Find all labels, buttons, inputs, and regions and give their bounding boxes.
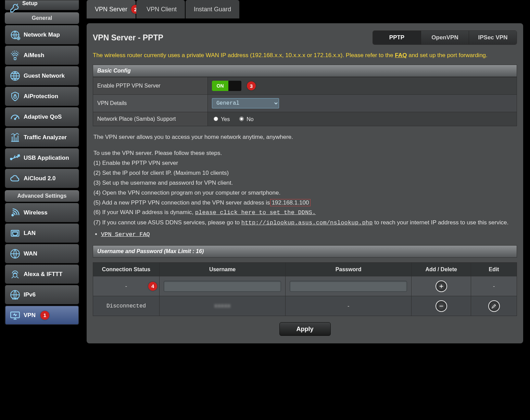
cfg-samba-label: Network Place (Samba) Support xyxy=(93,112,208,126)
info-step-7: (7) If you cannot use ASUS DDNS services… xyxy=(93,218,516,228)
cloud-icon xyxy=(8,171,22,186)
iplookup-link[interactable]: http://iplookup.asus.com/nslookup.php xyxy=(241,220,373,226)
samba-yes-radio[interactable]: Yes xyxy=(212,116,230,122)
svg-point-5 xyxy=(14,118,15,119)
sidebar-item-label: WAN xyxy=(24,250,37,257)
tab-instant-guard[interactable]: Instant Guard xyxy=(186,0,239,18)
sidebar-item-usb-application[interactable]: USB Application xyxy=(5,148,79,168)
row-password-dash: - xyxy=(286,296,412,316)
wrench-icon xyxy=(8,0,22,15)
col-add-delete: Add / Delete xyxy=(412,263,471,276)
table-row: Disconnected xxxxx - xyxy=(93,296,517,316)
svg-rect-7 xyxy=(18,155,20,156)
info-step-3: (3) Set up the username and password for… xyxy=(93,178,516,188)
row-edit-dash: - xyxy=(471,276,517,296)
info-step-2: (2) Set the IP pool for client IP. (Maxi… xyxy=(93,168,516,178)
vpn-server-faq-link[interactable]: VPN Server FAQ xyxy=(101,231,150,238)
sidebar-item-aiprotection[interactable]: AiProtection xyxy=(5,87,79,106)
sidebar-item-label: Alexa & IFTTT xyxy=(24,271,62,278)
enable-pptp-toggle[interactable]: ON xyxy=(212,81,241,91)
sidebar-item-label: Setup xyxy=(22,0,37,6)
aimesh-icon xyxy=(8,48,22,63)
sidebar-item-adaptive-qos[interactable]: Adaptive QoS xyxy=(5,107,79,127)
faq-link[interactable]: FAQ xyxy=(395,52,407,58)
svg-rect-2 xyxy=(14,57,16,60)
sidebar-item-traffic-analyzer[interactable]: Traffic Analyzer xyxy=(5,128,79,147)
page-title: VPN Server - PPTP xyxy=(93,33,163,42)
table-row: - 4 - xyxy=(93,276,517,296)
username-input[interactable] xyxy=(164,281,281,292)
col-conn: Connection Status xyxy=(93,263,160,276)
sidebar-item-network-map[interactable]: Network Map xyxy=(5,25,79,44)
sidebar-item-label: Network Map xyxy=(24,31,60,38)
seg-openvpn[interactable]: OpenVPN xyxy=(421,31,469,44)
samba-no-radio[interactable]: No xyxy=(238,116,254,122)
apply-button[interactable]: Apply xyxy=(279,322,331,336)
basic-config-header: Basic Config xyxy=(93,65,517,77)
shield-lock-icon xyxy=(8,89,22,104)
chart-bars-icon xyxy=(8,130,22,145)
sidebar-item-lan[interactable]: LAN xyxy=(5,223,79,243)
col-user: Username xyxy=(160,263,286,276)
lan-port-icon xyxy=(8,226,22,240)
sidebar-item-label: AiMesh xyxy=(24,52,44,59)
edit-button[interactable] xyxy=(488,300,500,312)
smart-hub-icon xyxy=(8,267,22,281)
sidebar-item-vpn[interactable]: VPN 1 xyxy=(5,305,79,325)
tab-vpn-server[interactable]: VPN Server 2 xyxy=(87,0,136,18)
sidebar-item-guest-network[interactable]: Guest Network xyxy=(5,66,79,86)
users-header: Username and Password (Max Limit : 16) xyxy=(93,245,517,258)
gauge-icon xyxy=(8,110,22,124)
cfg-enable-label: Enable PPTP VPN Server xyxy=(93,77,208,95)
row-conn-status: Disconnected xyxy=(93,296,160,316)
svg-text:IPv6: IPv6 xyxy=(12,297,18,300)
globe-net-icon xyxy=(8,69,22,83)
tab-label: VPN Client xyxy=(147,6,177,13)
globe-settings-icon xyxy=(8,28,22,42)
tab-vpn-client[interactable]: VPN Client xyxy=(136,0,185,18)
seg-pptp[interactable]: PPTP xyxy=(373,31,421,44)
sidebar-item-wan[interactable]: WAN xyxy=(5,244,79,263)
step-badge-1: 1 xyxy=(40,311,49,320)
svg-point-8 xyxy=(12,214,14,216)
sidebar-item-label: VPN xyxy=(24,312,36,319)
info-step-5: (5) Add a new PPTP VPN connection and th… xyxy=(93,198,516,208)
add-button[interactable] xyxy=(436,280,447,292)
ddns-link[interactable]: please click here to set the DDNS. xyxy=(195,209,316,216)
sidebar-item-label: AiCloud 2.0 xyxy=(24,175,56,182)
tab-label: VPN Server xyxy=(95,6,127,13)
sidebar-item-label: AiProtection xyxy=(24,93,58,100)
globe-icon xyxy=(8,247,22,261)
sidebar-section-advanced: Advanced Settings xyxy=(5,190,79,202)
delete-button[interactable] xyxy=(436,300,447,312)
sidebar-item-label: Adaptive QoS xyxy=(24,114,62,120)
ipv6-icon: IPv6 xyxy=(8,288,22,302)
seg-ipsec[interactable]: IPSec VPN xyxy=(469,31,517,44)
svg-rect-4 xyxy=(14,96,16,98)
sidebar-item-alexa-ifttt[interactable]: Alexa & IFTTT xyxy=(5,264,79,284)
toggle-on-label: ON xyxy=(212,81,228,91)
password-input[interactable] xyxy=(290,281,407,292)
sidebar-item-setup[interactable]: Setup xyxy=(5,0,79,10)
col-pass: Password xyxy=(286,263,412,276)
sidebar-item-aimesh[interactable]: AiMesh xyxy=(5,45,79,65)
sidebar-item-aicloud[interactable]: AiCloud 2.0 xyxy=(5,169,79,188)
info-steps-lead: To use the VPN server. Please follow the… xyxy=(93,148,516,158)
info-step-1: (1) Enable the PPTP VPN server xyxy=(93,158,516,168)
sidebar-item-label: Wireless xyxy=(24,209,48,216)
cfg-details-label: VPN Details xyxy=(93,95,208,112)
faq-warning: The wireless router currently uses a pri… xyxy=(93,48,517,65)
sidebar-item-ipv6[interactable]: IPv6 IPv6 xyxy=(5,285,79,304)
sidebar-item-label: Guest Network xyxy=(24,73,65,79)
col-edit: Edit xyxy=(471,263,517,276)
usb-icon xyxy=(8,151,22,165)
vpn-details-select[interactable]: General xyxy=(212,98,279,108)
step-badge-3: 3 xyxy=(247,81,256,90)
info-intro: The VPN server allows you to access your… xyxy=(93,132,516,142)
sidebar-item-label: LAN xyxy=(24,230,36,237)
vpn-monitor-icon xyxy=(8,308,22,323)
sidebar-item-wireless[interactable]: Wireless xyxy=(5,203,79,222)
protocol-segmented: PPTP OpenVPN IPSec VPN xyxy=(373,30,517,45)
row-conn-status: - xyxy=(125,283,127,289)
wifi-icon xyxy=(8,206,22,220)
